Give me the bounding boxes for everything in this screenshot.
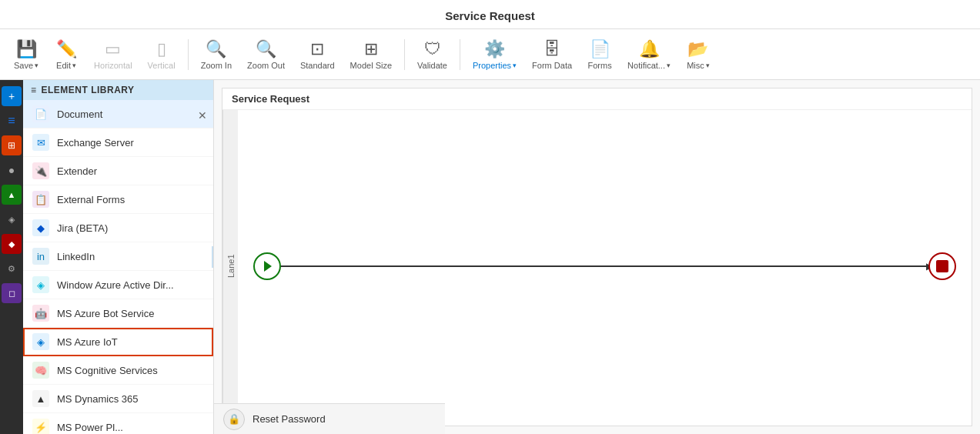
notifications-button[interactable]: 🔔 Notificat... ▾ [621, 36, 677, 73]
dropdown-item-ms-dynamics[interactable]: ▲MS Dynamics 365 [23, 385, 213, 413]
standard-icon: ⊡ [310, 39, 324, 59]
misc-chevron: ▾ [706, 62, 710, 69]
standard-label: Standard [300, 61, 335, 70]
main-area: + ≡ ⊞ ● ▲ ◈ ◆ ⚙ ◻ ≡ ELEMENT LIBRARY ✕ 📄D… [0, 80, 980, 434]
dropdown-item-ms-azure-bot[interactable]: 🤖MS Azure Bot Service [23, 299, 213, 328]
item-icon-extender: 🔌 [32, 162, 49, 179]
flow-line [281, 265, 928, 267]
properties-button[interactable]: ⚙️ Properties ▾ [467, 36, 523, 73]
sidebar-icon-8[interactable]: ◻ [2, 283, 22, 303]
form-data-label: Form Data [532, 61, 572, 70]
notifications-icon: 🔔 [639, 39, 660, 59]
edit-chevron: ▾ [72, 62, 76, 69]
item-label-exchange: Exchange Server [57, 137, 134, 149]
lane-label: Lane1 [222, 110, 238, 422]
item-label-linkedin: LinkedIn [57, 251, 95, 262]
sidebar-icon-6[interactable]: ◆ [2, 234, 22, 254]
dropdown-item-window-azure[interactable]: ◈Window Azure Active Dir... [23, 271, 213, 299]
zoom-in-label: Zoom In [201, 61, 232, 70]
item-icon-document: 📄 [32, 105, 49, 122]
canvas-area: Service Request Lane1 🔒 Reset Password [214, 80, 980, 434]
sidebar-icon-4[interactable]: ▲ [2, 185, 22, 205]
form-data-button[interactable]: 🗄 Form Data [526, 36, 578, 73]
top-bar: Service Request [0, 0, 980, 29]
item-icon-ms-azure-bot: 🤖 [32, 305, 49, 322]
dropdown-item-exchange[interactable]: ✉Exchange Server [23, 129, 213, 157]
item-label-ms-dynamics: MS Dynamics 365 [57, 393, 138, 405]
divider-1 [188, 39, 189, 70]
forms-label: Forms [587, 61, 611, 70]
misc-button[interactable]: 📂 Misc ▾ [680, 36, 717, 73]
bottom-bar: 🔒 Reset Password [214, 403, 445, 434]
sidebar-icon-5[interactable]: ◈ [2, 209, 22, 229]
end-node[interactable] [928, 252, 956, 280]
item-label-extender: Extender [57, 165, 97, 177]
vertical-icon: ▯ [157, 39, 166, 59]
zoom-out-label: Zoom Out [247, 61, 285, 70]
divider-2 [404, 39, 405, 70]
model-size-button[interactable]: ⊞ Model Size [344, 36, 398, 73]
dropdown-item-jira[interactable]: ◆Jira (BETA) [23, 214, 213, 242]
properties-icon: ⚙️ [484, 39, 505, 59]
canvas-title: Service Request [222, 88, 972, 110]
toolbar: 💾 Save ▾ ✏️ Edit ▾ ▭ Horizontal ▯ Vertic… [0, 29, 980, 80]
dropdown-item-ms-power[interactable]: ⚡MS Power Pl... [23, 413, 213, 434]
dropdown-item-ms-azure-iot[interactable]: ◈MS Azure IoT [23, 328, 213, 356]
dropdown-item-document[interactable]: 📄Document [23, 100, 213, 129]
item-icon-jira: ◆ [32, 219, 49, 236]
notifications-chevron: ▾ [667, 62, 671, 69]
item-icon-ms-dynamics: ▲ [32, 390, 49, 407]
item-icon-exchange: ✉ [32, 134, 49, 151]
item-icon-ms-power: ⚡ [32, 419, 49, 434]
app-title: Service Request [445, 9, 535, 22]
item-icon-external-forms: 📋 [32, 191, 49, 208]
save-icon: 💾 [16, 39, 37, 59]
item-icon-linkedin: in [32, 248, 49, 265]
lane-container: Lane1 [222, 110, 972, 422]
horizontal-icon: ▭ [105, 39, 121, 59]
edit-icon: ✏️ [56, 39, 77, 59]
zoom-out-button[interactable]: 🔍 Zoom Out [241, 36, 291, 73]
edit-button[interactable]: ✏️ Edit ▾ [48, 36, 85, 73]
zoom-in-button[interactable]: 🔍 Zoom In [195, 36, 238, 73]
start-node[interactable] [253, 252, 281, 280]
dropdown-header-label: ELEMENT LIBRARY [42, 85, 135, 95]
item-icon-ms-cognitive: 🧠 [32, 362, 49, 379]
forms-button[interactable]: 📄 Forms [581, 36, 618, 73]
vertical-label: Vertical [148, 61, 176, 70]
properties-label: Properties [473, 61, 511, 70]
dropdown-header: ≡ ELEMENT LIBRARY [23, 80, 213, 100]
dropdown-item-linkedin[interactable]: inLinkedIn [23, 242, 213, 271]
misc-icon: 📂 [687, 39, 708, 59]
sidebar-icon-3[interactable]: ● [2, 160, 22, 180]
standard-button[interactable]: ⊡ Standard [294, 36, 341, 73]
zoom-out-icon: 🔍 [256, 39, 276, 59]
sidebar-icon-1[interactable]: ≡ [2, 111, 22, 131]
item-label-window-azure: Window Azure Active Dir... [57, 279, 174, 291]
validate-button[interactable]: 🛡 Validate [411, 36, 453, 73]
form-data-icon: 🗄 [544, 39, 560, 59]
save-button[interactable]: 💾 Save ▾ [8, 36, 45, 73]
model-size-icon: ⊞ [364, 39, 378, 59]
item-label-ms-azure-iot: MS Azure IoT [57, 336, 118, 348]
dropdown-item-ms-cognitive[interactable]: 🧠MS Cognitive Services [23, 356, 213, 385]
sidebar-icon-7[interactable]: ⚙ [2, 259, 22, 279]
horizontal-label: Horizontal [94, 61, 132, 70]
item-label-jira: Jira (BETA) [57, 222, 108, 234]
save-label: Save [14, 61, 33, 70]
forms-icon: 📄 [590, 39, 610, 59]
sidebar-icon-2[interactable]: ⊞ [2, 135, 22, 155]
item-label-document: Document [57, 108, 102, 120]
lock-icon: 🔒 [223, 409, 245, 430]
close-button[interactable]: ✕ [198, 109, 207, 122]
save-chevron: ▾ [35, 62, 38, 69]
dropdown-panel: ≡ ELEMENT LIBRARY ✕ 📄Document✉Exchange S… [23, 80, 214, 434]
vertical-button: ▯ Vertical [142, 36, 182, 73]
sidebar-icon-add[interactable]: + [2, 86, 22, 106]
item-icon-window-azure: ◈ [32, 276, 49, 293]
dropdown-item-external-forms[interactable]: 📋External Forms [23, 185, 213, 214]
left-sidebar: + ≡ ⊞ ● ▲ ◈ ◆ ⚙ ◻ [0, 80, 23, 434]
dropdown-item-extender[interactable]: 🔌Extender [23, 157, 213, 185]
canvas-inner: Service Request Lane1 [222, 88, 972, 426]
validate-icon: 🛡 [424, 39, 441, 59]
